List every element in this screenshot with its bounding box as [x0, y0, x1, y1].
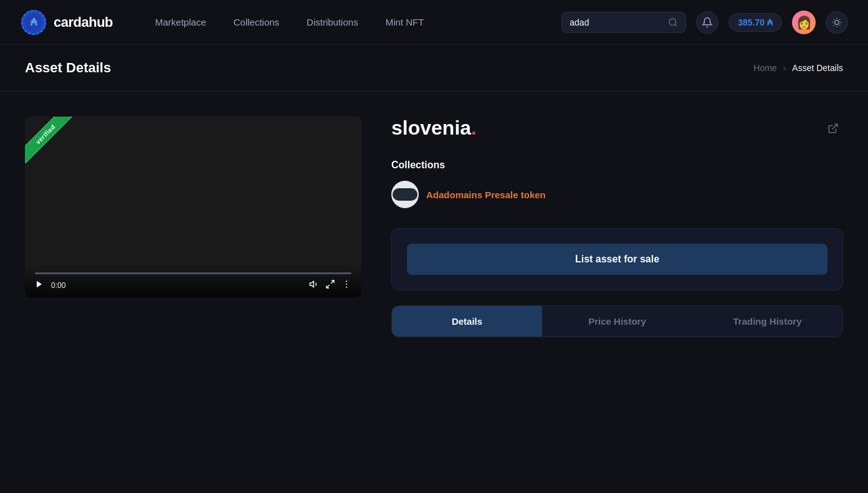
asset-name-dot: .	[471, 117, 477, 139]
search-input[interactable]	[570, 17, 663, 27]
tab-details[interactable]: Details	[392, 306, 542, 337]
svg-line-22	[832, 124, 837, 129]
avatar-image: 👩	[792, 11, 816, 34]
svg-point-6	[835, 20, 839, 24]
video-progress-bar[interactable]	[35, 272, 351, 274]
collections-label: Collections	[391, 160, 843, 171]
svg-line-18	[327, 285, 330, 288]
video-right-controls	[309, 279, 351, 291]
svg-marker-16	[310, 281, 313, 287]
svg-point-19	[346, 280, 347, 282]
breadcrumb: Home › Asset Details	[753, 63, 843, 73]
nav-collections[interactable]: Collections	[221, 12, 292, 32]
svg-line-5	[675, 24, 677, 26]
video-controls-row: 0:00	[35, 279, 351, 291]
svg-line-14	[839, 19, 840, 19]
theme-toggle[interactable]	[826, 11, 848, 34]
svg-marker-15	[37, 281, 42, 288]
collection-logo	[391, 181, 419, 208]
play-button[interactable]	[35, 280, 44, 290]
asset-info: slovenia. Collections Adadomains Presale…	[391, 117, 843, 337]
svg-point-20	[346, 284, 347, 285]
balance-display[interactable]: 385.70 ₳	[728, 13, 782, 32]
video-controls: 0:00	[25, 265, 361, 297]
more-options-button[interactable]	[341, 279, 351, 291]
nav-distributions[interactable]: Distributions	[294, 12, 371, 32]
svg-line-10	[839, 25, 840, 26]
svg-line-9	[834, 19, 834, 19]
svg-text:₳: ₳	[30, 17, 37, 27]
svg-point-4	[669, 19, 676, 26]
logo[interactable]: ₳ cardahub	[20, 9, 113, 36]
collections-section: Collections Adadomains Presale token	[391, 160, 843, 208]
nav-marketplace[interactable]: Marketplace	[143, 12, 219, 32]
time-display: 0:00	[51, 281, 65, 290]
collection-name: Adadomains Presale token	[426, 189, 546, 200]
page-header: Asset Details Home › Asset Details	[0, 45, 868, 92]
nav-right: 385.70 ₳ 👩	[561, 11, 848, 34]
volume-button[interactable]	[309, 279, 319, 291]
video-left-controls: 0:00	[35, 280, 65, 290]
tab-trading-history[interactable]: Trading History	[692, 306, 842, 337]
tab-price-history[interactable]: Price History	[542, 306, 692, 337]
verified-badge: verified	[25, 117, 81, 173]
notification-bell[interactable]	[696, 11, 718, 34]
nav-mint-nft[interactable]: Mint NFT	[373, 12, 437, 32]
sale-box: List asset for sale	[391, 228, 843, 290]
asset-name: slovenia.	[391, 117, 477, 140]
svg-line-17	[331, 280, 334, 284]
breadcrumb-separator: ›	[783, 63, 786, 73]
verified-ribbon: verified	[25, 117, 74, 163]
search-bar[interactable]	[561, 12, 686, 33]
nav-links: Marketplace Collections Distributions Mi…	[143, 12, 546, 32]
asset-tabs: Details Price History Trading History	[391, 305, 843, 337]
logo-text: cardahub	[54, 14, 113, 31]
search-icon	[668, 17, 678, 27]
collection-logo-inner	[393, 188, 417, 201]
logo-icon: ₳	[20, 9, 47, 36]
external-link-button[interactable]	[823, 118, 843, 138]
main-content: verified 0:00	[0, 92, 868, 362]
avatar[interactable]: 👩	[792, 11, 816, 34]
page-title: Asset Details	[25, 60, 111, 76]
collection-item[interactable]: Adadomains Presale token	[391, 181, 843, 208]
list-asset-sale-button[interactable]: List asset for sale	[407, 244, 827, 275]
svg-point-21	[346, 287, 347, 288]
breadcrumb-current: Asset Details	[792, 63, 843, 73]
asset-name-text: slovenia	[391, 117, 471, 139]
fullscreen-button[interactable]	[325, 279, 335, 291]
asset-media: verified 0:00	[25, 117, 361, 297]
asset-name-row: slovenia.	[391, 117, 843, 140]
breadcrumb-home[interactable]: Home	[753, 63, 776, 73]
svg-line-13	[834, 25, 834, 26]
